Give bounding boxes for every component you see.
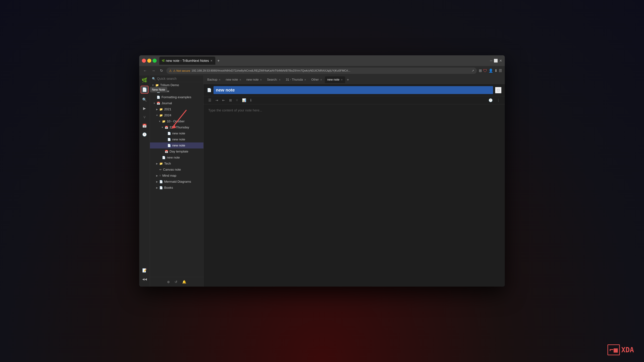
- toolbar-indent-btn[interactable]: ⇥: [214, 97, 220, 103]
- app-tabs: Backup ✕ new note ✕ new note ✕ Search: ✕…: [204, 75, 505, 84]
- app-tab-search[interactable]: Search: ✕: [265, 76, 283, 83]
- browser-tab-trilium[interactable]: 🌿 new note - TriliumNext Notes ✕: [159, 57, 215, 65]
- account-btn[interactable]: 👤: [488, 68, 493, 73]
- tree-item-daytemplate[interactable]: ▶ 📅 Day template: [150, 148, 204, 155]
- app-container: 🌿 📄 New Note 🔍 ▶ ⑂ 📅 🕐 📝 ◀◀: [139, 75, 505, 287]
- xda-watermark: ⌐■ XDA: [608, 345, 634, 355]
- note-title-input[interactable]: [214, 86, 493, 94]
- sidebar-calendar-btn[interactable]: 📅: [140, 122, 148, 130]
- toolbar-relation-btn[interactable]: ⑂: [234, 97, 239, 103]
- new-note-sidebar-btn[interactable]: 📄: [140, 86, 148, 94]
- extensions-btn[interactable]: ⊞: [479, 68, 482, 73]
- back-btn[interactable]: ←: [142, 68, 148, 73]
- toolbar-settings-btn[interactable]: ☰: [207, 97, 213, 103]
- toolbar-more-btn[interactable]: ⋮: [496, 97, 502, 103]
- app-tab-newnote1-close[interactable]: ✕: [239, 78, 241, 81]
- toolbar-outdent-btn[interactable]: ⇤: [221, 97, 226, 103]
- tree-item-thursday[interactable]: ▼ 📅 31 - Thursday: [150, 124, 204, 130]
- tree-search-input[interactable]: [157, 77, 202, 81]
- minimize-btn[interactable]: ─: [490, 59, 492, 63]
- forward-btn[interactable]: →: [150, 68, 157, 73]
- sidebar-search-btn[interactable]: 🔍: [140, 96, 148, 104]
- reload-btn[interactable]: ↻: [159, 68, 164, 73]
- tree-item-tech[interactable]: ▶ 📁 Tech: [150, 161, 204, 167]
- tree-item-mermaid[interactable]: ▶ 📄 Mermaid Diagrams: [150, 179, 204, 185]
- app-tab-other-close[interactable]: ✕: [320, 78, 322, 81]
- note-placeholder: Type the content of your note here...: [208, 108, 262, 112]
- mermaid-expand-arrow: ▶: [155, 180, 159, 183]
- tree-scroll[interactable]: ▼ 📁 Trilium Demo ▶ 📄 Inbox ▶ 📄 Fo: [150, 82, 204, 277]
- tree-item-2024[interactable]: ▼ 📁 2024: [150, 112, 204, 118]
- note-toolbar: ☰ ⇥ ⇤ ⊞ ⑂ 📊 ℹ 🕐 ⋮: [204, 96, 505, 104]
- new-browser-tab-btn[interactable]: +: [216, 58, 221, 64]
- app-tab-thursday-close[interactable]: ✕: [304, 78, 306, 81]
- tree-item-october[interactable]: ▼ 📁 10 - October: [150, 118, 204, 124]
- tree-layers-btn[interactable]: ⊕: [166, 279, 171, 285]
- toolbar-info-btn[interactable]: ℹ: [249, 97, 253, 103]
- tree-bell-btn[interactable]: 🔔: [181, 279, 187, 285]
- tree-item-note3[interactable]: ▶ 📄 new note: [150, 142, 204, 148]
- close-window-btn[interactable]: [142, 59, 146, 63]
- close-btn[interactable]: ✕: [499, 59, 502, 63]
- app-tab-newnote1[interactable]: new note ✕: [224, 76, 244, 83]
- mermaid-icon: 📄: [159, 180, 163, 184]
- app-tab-newnote2-close[interactable]: ✕: [260, 78, 262, 81]
- 2021-label: 2021: [164, 107, 171, 111]
- app-tab-search-close[interactable]: ✕: [279, 78, 281, 81]
- sidebar-jump-btn[interactable]: ▶: [140, 104, 148, 112]
- toolbar-history-btn[interactable]: 🕐: [487, 97, 494, 103]
- note-split-btn[interactable]: ⊡: [495, 87, 502, 93]
- restore-btn[interactable]: ⬜: [494, 59, 498, 63]
- tree-refresh-btn[interactable]: ↺: [174, 279, 178, 285]
- security-warning: ⚠: [169, 69, 172, 72]
- toolbar-chart-btn[interactable]: 📊: [241, 97, 248, 103]
- tree-item-mindmap[interactable]: ▶ ⑂ Mind map: [150, 173, 204, 179]
- download-btn[interactable]: ⬇: [494, 68, 498, 73]
- maximize-window-btn[interactable]: [152, 59, 157, 63]
- app-tab-active-label: new note: [327, 78, 340, 81]
- address-bar[interactable]: ⚠ ⚠ Not secure 192.168.29.53:8080/#root/…: [166, 67, 477, 74]
- tree-item-2021[interactable]: ▶ 📁 2021: [150, 106, 204, 112]
- minimize-window-btn[interactable]: [147, 59, 151, 63]
- app-tab-backup[interactable]: Backup ✕: [205, 76, 223, 83]
- sidebar-history-btn[interactable]: 🕐: [140, 131, 148, 139]
- toolbar-table-btn[interactable]: ⊞: [228, 97, 233, 103]
- books-icon: 📄: [159, 186, 163, 190]
- tree-item-canvas[interactable]: ▶ ✏ Canvas note: [150, 167, 204, 173]
- add-app-tab-btn[interactable]: +: [346, 77, 350, 83]
- app-tab-other[interactable]: Other ✕: [309, 76, 324, 83]
- sidebar-git-btn[interactable]: ⑂: [140, 113, 148, 121]
- journal-label: Journal: [162, 101, 172, 105]
- october-label: 10 - October: [167, 119, 185, 123]
- browser-addressbar: ← → ↻ ⚠ ⚠ Not secure 192.168.29.53:8080/…: [139, 66, 505, 75]
- note-content[interactable]: Type the content of your note here...: [204, 104, 505, 287]
- root-folder-icon: 📁: [155, 83, 159, 87]
- thursday-label: 31 - Thursday: [170, 125, 189, 129]
- tree-item-books[interactable]: ▶ 📄 Books: [150, 185, 204, 191]
- browser-titlebar: 🌿 new note - TriliumNext Notes ✕ + ─ ⬜ ✕: [139, 55, 505, 66]
- menu-btn[interactable]: ☰: [499, 68, 502, 73]
- app-tab-thursday[interactable]: 31 - Thursda ✕: [284, 76, 308, 83]
- app-tab-active[interactable]: new note ✕: [325, 76, 345, 83]
- sidebar-new-note2-btn[interactable]: 📝: [140, 267, 148, 275]
- 2024-label: 2024: [164, 113, 171, 117]
- daytemplate-expand-arrow: ▶: [161, 150, 164, 153]
- share-icon[interactable]: ↗: [472, 69, 474, 72]
- app-tab-backup-close[interactable]: ✕: [219, 78, 221, 81]
- app-tab-newnote2[interactable]: new note ✕: [244, 76, 264, 83]
- note3-expand-arrow: ▶: [163, 144, 167, 147]
- root-expand-arrow: ▼: [151, 84, 155, 86]
- browser-shield-btn[interactable]: 🛡: [483, 68, 487, 73]
- 2024-expand-arrow: ▼: [155, 114, 159, 117]
- tree-item-formatting[interactable]: ▶ 📄 Formatting examples: [150, 94, 204, 100]
- tree-item-note1[interactable]: ▶ 📄 new note: [150, 130, 204, 136]
- sidebar-collapse-btn[interactable]: ◀◀: [140, 275, 148, 283]
- app-tab-active-close[interactable]: ✕: [341, 78, 343, 81]
- mindmap-label: Mind map: [162, 174, 176, 177]
- tree-item-journal[interactable]: ▼ 📅 Journal: [150, 100, 204, 106]
- trilium-logo[interactable]: 🌿: [142, 77, 148, 83]
- browser-tab-close[interactable]: ✕: [210, 59, 213, 62]
- tree-item-newnote-journal[interactable]: ▶ 📄 new note: [150, 155, 204, 161]
- tree-item-note2[interactable]: ▶ 📄 new note: [150, 136, 204, 142]
- thursday-expand-arrow: ▼: [161, 126, 164, 129]
